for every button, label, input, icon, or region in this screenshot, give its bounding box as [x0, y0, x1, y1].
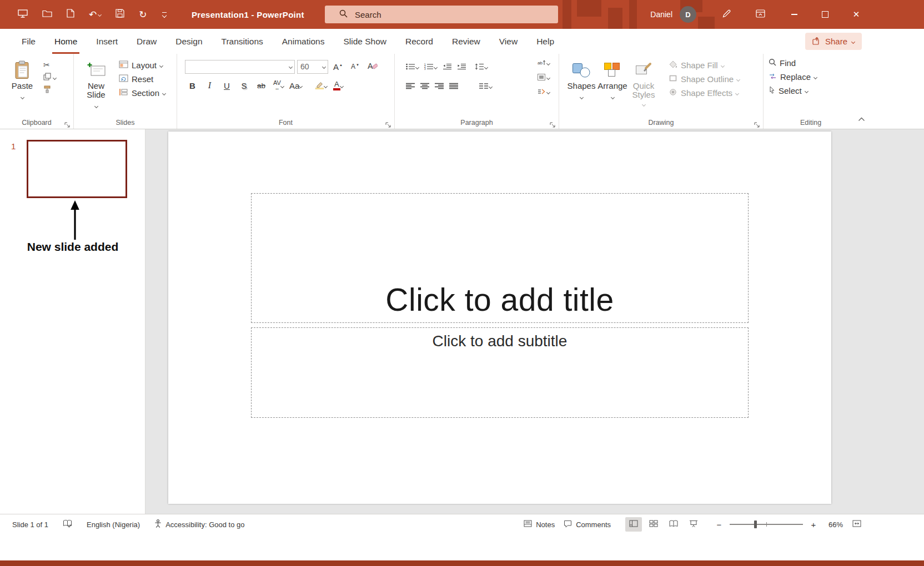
- shape-effects-button[interactable]: Shape Effects: [667, 86, 741, 100]
- slideshow-view-button[interactable]: [685, 517, 702, 532]
- italic-button[interactable]: I: [202, 78, 217, 93]
- tab-home[interactable]: Home: [45, 29, 87, 54]
- replace-button[interactable]: Replace: [767, 70, 858, 84]
- format-painter-button[interactable]: [43, 84, 56, 97]
- redo-button[interactable]: ↻: [139, 10, 147, 19]
- tab-file[interactable]: File: [12, 29, 45, 54]
- tab-animations[interactable]: Animations: [273, 29, 334, 54]
- reset-button[interactable]: Reset: [117, 72, 167, 86]
- subtitle-placeholder[interactable]: Click to add subtitle: [251, 327, 749, 418]
- align-right-button[interactable]: [434, 82, 445, 92]
- tab-review[interactable]: Review: [443, 29, 490, 54]
- slide-thumbnail[interactable]: [27, 140, 127, 198]
- font-color-button[interactable]: A: [330, 78, 345, 93]
- section-button[interactable]: Section: [117, 86, 167, 100]
- increase-indent-button[interactable]: [456, 62, 467, 72]
- text-shadow-button[interactable]: S: [237, 78, 252, 93]
- font-size-combo[interactable]: [297, 60, 328, 74]
- zoom-slider-handle[interactable]: [754, 520, 757, 528]
- new-slide-button[interactable]: New Slide: [81, 57, 112, 111]
- save-button[interactable]: [116, 9, 124, 20]
- drawing-dialog-launcher[interactable]: [754, 120, 760, 125]
- font-dialog-launcher[interactable]: [385, 120, 391, 125]
- select-button[interactable]: Select: [767, 84, 858, 98]
- columns-button[interactable]: [478, 82, 493, 92]
- shape-fill-button[interactable]: Shape Fill: [667, 58, 741, 72]
- align-text-button[interactable]: [536, 73, 551, 83]
- inking-button[interactable]: [722, 9, 731, 21]
- quick-styles-button[interactable]: Quick Styles: [628, 57, 659, 109]
- accessibility-button[interactable]: Accessibility: Good to go: [154, 519, 244, 529]
- paste-button[interactable]: Paste: [7, 57, 38, 102]
- numbering-button[interactable]: 123: [423, 62, 438, 72]
- strikethrough-button[interactable]: ab: [254, 78, 269, 93]
- title-placeholder[interactable]: Click to add title: [251, 193, 749, 323]
- text-direction-button[interactable]: ab: [536, 58, 551, 68]
- bullets-button[interactable]: [405, 62, 420, 72]
- maximize-button[interactable]: [810, 0, 841, 29]
- zoom-in-button[interactable]: +: [808, 519, 818, 529]
- search-box[interactable]: [325, 6, 558, 23]
- character-spacing-button[interactable]: AV↔: [271, 78, 286, 93]
- decrease-indent-button[interactable]: [441, 62, 453, 72]
- tab-design[interactable]: Design: [166, 29, 212, 54]
- clear-formatting-button[interactable]: A: [365, 59, 380, 74]
- new-file-button[interactable]: [67, 9, 74, 20]
- undo-button[interactable]: ↶: [89, 9, 101, 19]
- clipboard-dialog-launcher[interactable]: [64, 120, 70, 125]
- minimize-button[interactable]: [779, 0, 810, 29]
- notes-button[interactable]: Notes: [524, 520, 555, 529]
- justify-button[interactable]: [448, 82, 459, 92]
- search-input[interactable]: [354, 9, 534, 20]
- zoom-level[interactable]: 66%: [824, 520, 843, 529]
- tab-slide-show[interactable]: Slide Show: [334, 29, 396, 54]
- arrange-button[interactable]: Arrange: [597, 57, 628, 102]
- font-size-input[interactable]: [298, 62, 320, 71]
- customize-qat-button[interactable]: [162, 12, 168, 17]
- underline-button[interactable]: U: [219, 78, 234, 93]
- line-spacing-button[interactable]: [474, 62, 489, 72]
- fit-to-window-button[interactable]: [848, 517, 865, 532]
- language-button[interactable]: English (Nigeria): [87, 520, 140, 529]
- zoom-out-button[interactable]: −: [714, 519, 724, 529]
- ribbon-display-options-button[interactable]: [756, 9, 765, 20]
- increase-font-size-button[interactable]: A▲: [330, 59, 345, 74]
- share-button[interactable]: Share: [805, 33, 862, 50]
- reading-view-button[interactable]: [665, 517, 682, 532]
- tab-insert[interactable]: Insert: [87, 29, 127, 54]
- shapes-button[interactable]: Shapes: [566, 57, 597, 102]
- layout-button[interactable]: Layout: [117, 58, 167, 72]
- align-left-button[interactable]: [405, 82, 416, 92]
- tab-view[interactable]: View: [490, 29, 527, 54]
- copy-button[interactable]: [43, 71, 56, 84]
- tab-draw[interactable]: Draw: [127, 29, 166, 54]
- tab-transitions[interactable]: Transitions: [212, 29, 273, 54]
- normal-view-button[interactable]: [625, 517, 642, 532]
- shape-outline-button[interactable]: Shape Outline: [667, 72, 741, 86]
- spell-check-button[interactable]: [63, 519, 72, 529]
- start-slideshow-button[interactable]: [18, 9, 28, 20]
- paragraph-dialog-launcher[interactable]: [550, 120, 555, 125]
- tab-help[interactable]: Help: [527, 29, 564, 54]
- bold-button[interactable]: B: [185, 78, 200, 93]
- find-button[interactable]: Find: [767, 56, 858, 70]
- cut-button[interactable]: ✂: [43, 58, 56, 71]
- font-name-dropdown-icon[interactable]: [287, 60, 294, 73]
- close-button[interactable]: ✕: [841, 0, 872, 29]
- comments-button[interactable]: Comments: [564, 520, 611, 529]
- convert-to-smartart-button[interactable]: [536, 87, 551, 97]
- font-name-combo[interactable]: [185, 60, 295, 74]
- slide-canvas[interactable]: Click to add title Click to add subtitle: [168, 132, 831, 504]
- align-center-button[interactable]: [419, 82, 430, 92]
- tab-record[interactable]: Record: [396, 29, 443, 54]
- collapse-ribbon-button[interactable]: [858, 114, 865, 124]
- decrease-font-size-button[interactable]: A▼: [348, 59, 363, 74]
- change-case-button[interactable]: Aa: [288, 78, 303, 93]
- slide-sorter-view-button[interactable]: [645, 517, 662, 532]
- zoom-slider[interactable]: [730, 520, 803, 529]
- avatar[interactable]: D: [680, 6, 696, 23]
- text-highlight-button[interactable]: [313, 78, 328, 93]
- font-name-input[interactable]: [185, 62, 287, 71]
- open-file-button[interactable]: [42, 9, 52, 19]
- font-size-dropdown-icon[interactable]: [320, 60, 328, 73]
